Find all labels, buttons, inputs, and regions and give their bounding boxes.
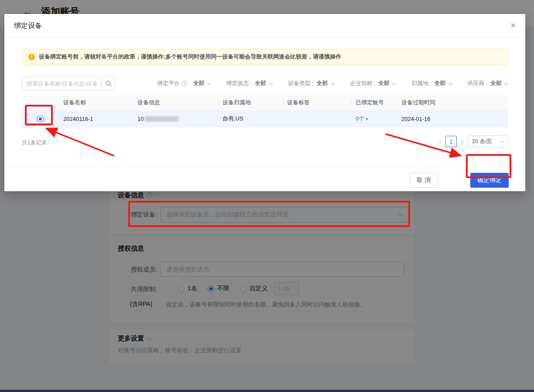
filter-label: 设备类型	[288, 79, 311, 87]
confirm-bind-button[interactable]: 确定绑定	[470, 173, 509, 188]
filter-toolbar: 绑定平台 ? : 全部 绑定状态 : 全部 设备类型 : 全部 企业简称 :	[22, 76, 508, 90]
col-device-name: 设备名称	[59, 99, 133, 107]
table-row[interactable]: 20240116-1 10 自有,US 0个▾ 2024-01-16	[22, 110, 508, 127]
filter-bind-status[interactable]: 绑定状态 : 全部	[226, 79, 272, 87]
filter-colon: :	[486, 80, 488, 87]
row-device-location: 自有,US	[218, 115, 283, 123]
cancel-button[interactable]: 取 消	[410, 173, 438, 188]
row-radio-cell	[22, 116, 59, 122]
chevron-down-icon	[448, 81, 452, 85]
row-device-info: 10	[133, 116, 218, 122]
device-search	[22, 76, 115, 90]
filter-label: 绑定状态	[226, 79, 249, 87]
filter-colon: :	[250, 80, 252, 87]
row-bound-accounts[interactable]: 0个▾	[351, 115, 397, 123]
col-device-tag: 设备标签	[283, 99, 351, 107]
chevron-down-icon	[269, 81, 273, 85]
redacted-ip-blur	[144, 116, 178, 122]
filter-label: 绑定平台	[157, 79, 180, 87]
chevron-down-icon	[500, 138, 504, 143]
search-button[interactable]	[101, 76, 115, 90]
device-search-input[interactable]	[22, 76, 101, 90]
record-total: 共1条记录	[22, 137, 47, 149]
page-size-value: 20 条/页	[472, 138, 492, 145]
filter-label: 企业简称	[349, 79, 372, 87]
device-table: 设备名称 设备信息 设备归属地 设备标签 已绑定账号 设备过期时间 202401…	[22, 95, 508, 127]
filter-label: 归属地	[411, 79, 428, 87]
warning-icon: !	[28, 54, 35, 60]
prev-page-icon[interactable]: ‹	[439, 136, 441, 147]
filter-value: 全部	[435, 79, 446, 87]
modal-title: 绑定设备	[14, 14, 42, 38]
table-header-row: 设备名称 设备信息 设备归属地 设备标签 已绑定账号 设备过期时间	[22, 95, 508, 110]
chevron-down-icon	[504, 81, 509, 85]
chevron-down-icon	[330, 81, 335, 85]
chevron-down-icon	[392, 81, 397, 85]
filter-value: 全部	[317, 79, 328, 87]
filter-group: 绑定平台 ? : 全部 绑定状态 : 全部 设备类型 : 全部 企业简称 :	[157, 79, 508, 87]
filter-value: 全部	[378, 79, 390, 87]
chevron-down-icon	[207, 81, 211, 85]
row-radio-selected[interactable]	[37, 116, 44, 122]
current-page-button[interactable]: 1	[445, 136, 457, 147]
filter-device-type[interactable]: 设备类型 : 全部	[288, 79, 334, 87]
row-expire-time: 2024-01-16	[397, 116, 508, 122]
row-device-name: 20240116-1	[59, 116, 133, 122]
col-device-location: 设备归属地	[218, 99, 283, 107]
filter-region[interactable]: 归属地 : 全部	[411, 79, 452, 87]
col-device-info: 设备信息	[133, 99, 218, 107]
filter-value: 全部	[255, 79, 266, 87]
modal-footer-divider	[10, 166, 520, 166]
bind-device-modal: 绑定设备 × ! 设备绑定账号前，请核对各平台的政策，谨慎操作;多个账号同时使用…	[4, 14, 525, 191]
filter-colon: :	[430, 80, 432, 87]
filter-colon: :	[374, 80, 376, 87]
filter-colon: :	[189, 80, 191, 87]
bound-count: 0个	[356, 115, 364, 122]
col-expire-time: 设备过期时间	[397, 99, 508, 107]
warning-banner: ! 设备绑定账号前，请核对各平台的政策，谨慎操作;多个账号同时使用同一设备可能会…	[22, 49, 508, 65]
next-page-icon[interactable]: ›	[461, 136, 463, 147]
filter-label: 供应商	[467, 79, 484, 87]
filter-value: 全部	[490, 79, 502, 87]
help-icon[interactable]: ?	[181, 81, 187, 86]
filter-colon: :	[312, 80, 314, 87]
close-icon[interactable]: ×	[510, 14, 516, 37]
warning-text: 设备绑定账号前，请核对各平台的政策，谨慎操作;多个账号同时使用同一设备可能会导致…	[39, 53, 341, 61]
col-bound-accounts: 已绑定账号	[351, 99, 397, 107]
page-size-select[interactable]: 20 条/页	[468, 135, 508, 148]
caret-down-icon: ▾	[366, 117, 368, 121]
search-icon	[105, 80, 112, 87]
device-info-prefix: 10	[137, 116, 144, 122]
filter-company[interactable]: 企业简称 : 全部	[349, 79, 396, 87]
filter-value: 全部	[193, 79, 205, 87]
filter-supplier[interactable]: 供应商 : 全部	[467, 79, 508, 87]
modal-header: 绑定设备 ×	[4, 14, 525, 38]
filter-bind-platform[interactable]: 绑定平台 ? : 全部	[157, 79, 211, 87]
pagination: ‹ 1 › 20 条/页	[439, 135, 508, 148]
